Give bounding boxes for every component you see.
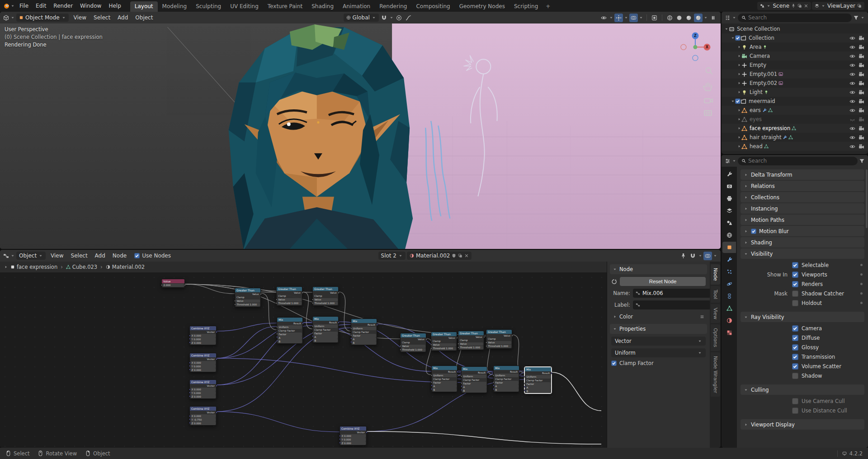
eye-open-icon[interactable] (849, 71, 855, 77)
checkbox-camera[interactable] (792, 325, 798, 332)
proportional-edit-toggle[interactable] (395, 14, 403, 22)
editor-outliner-icon[interactable] (725, 15, 731, 21)
input-socket[interactable] (458, 347, 459, 348)
output-socket[interactable] (184, 284, 186, 286)
input-socket[interactable] (430, 347, 432, 349)
input-socket[interactable] (493, 388, 495, 390)
orientation-dropdown[interactable]: Global (344, 14, 379, 22)
editor-3d-icon[interactable] (3, 15, 9, 21)
input-socket[interactable] (493, 384, 495, 386)
node-label-input[interactable] (642, 302, 708, 308)
properties-tab-modifiers[interactable] (722, 254, 736, 265)
chevron-right-icon[interactable] (737, 72, 741, 76)
use-nodes-toggle[interactable]: Use Nodes (134, 253, 171, 259)
panel-checkbox-motion-blur[interactable] (751, 229, 756, 234)
input-socket[interactable] (189, 335, 191, 337)
output-socket[interactable] (457, 371, 458, 373)
breadcrumb-item-cube-023[interactable]: Cube.023 (66, 264, 97, 270)
funnel-icon[interactable] (853, 15, 859, 21)
panel-header-collections[interactable]: Collections (741, 192, 864, 202)
shader-node-greater-than[interactable]: Greater ThanValueClampValueThreshold 1.0… (431, 332, 457, 351)
outliner-row-hair-straight[interactable]: hair straight (722, 133, 868, 142)
workspace-tab-modeling[interactable]: Modeling (158, 1, 192, 12)
data-type-dropdown[interactable]: Vector (611, 337, 706, 346)
checkbox-shadow-catcher[interactable] (792, 290, 798, 297)
animate-dot[interactable] (860, 273, 863, 276)
chevron-down-icon[interactable] (860, 15, 865, 20)
chevron-down-icon[interactable] (639, 15, 643, 20)
chevron-right-icon[interactable] (737, 117, 741, 122)
input-socket[interactable] (461, 389, 462, 391)
panel-header-ray-visibility[interactable]: Ray Visibility (741, 312, 864, 322)
input-socket[interactable] (431, 384, 433, 386)
copy-icon[interactable] (458, 253, 462, 258)
input-socket[interactable] (524, 386, 526, 388)
input-socket[interactable] (189, 415, 191, 417)
eye-open-icon[interactable] (849, 144, 855, 150)
input-socket[interactable] (431, 381, 433, 383)
node-label-field[interactable] (633, 300, 711, 309)
panel-header-relations[interactable]: Relations (741, 181, 864, 191)
input-socket[interactable] (350, 337, 352, 339)
input-socket[interactable] (276, 333, 278, 335)
input-socket[interactable] (461, 385, 462, 387)
workspace-tab-shading[interactable]: Shading (307, 1, 338, 12)
chevron-down-icon[interactable] (821, 4, 826, 8)
output-socket[interactable] (216, 358, 217, 360)
sidebar-tab-node-wrangler[interactable]: Node Wrangler (711, 352, 720, 397)
chevron-down-icon[interactable] (624, 15, 628, 20)
editor-props-icon[interactable] (725, 158, 731, 164)
eye-open-icon[interactable] (849, 89, 855, 95)
input-socket[interactable] (524, 383, 526, 384)
viewport-canvas[interactable]: Z X (0, 23, 721, 249)
xray-toggle[interactable] (650, 14, 659, 22)
collection-checkbox[interactable] (735, 98, 741, 104)
sidebar-tab-node[interactable]: Node (711, 264, 720, 285)
scrollbar[interactable] (866, 169, 868, 228)
shader-node-combine-xyz[interactable]: Combine XYZVectorX 0.000Y 0.000Z 0.000 (189, 379, 217, 399)
camera-vis-icon[interactable] (859, 44, 864, 50)
input-socket[interactable] (493, 375, 495, 376)
output-socket[interactable] (366, 431, 368, 433)
shader-node-combine-xyz[interactable]: Combine XYZVectorX 0.000Y 0.000Z 0.000 (189, 353, 217, 372)
input-socket[interactable] (339, 438, 341, 440)
outliner-search-input[interactable] (748, 14, 848, 21)
chevron-down-icon[interactable] (731, 36, 735, 40)
chevron-right-icon[interactable] (737, 144, 741, 149)
panel-header-motion-blur[interactable]: Motion Blur (741, 226, 864, 236)
input-socket[interactable] (276, 340, 278, 342)
camera-vis-icon[interactable] (859, 117, 864, 122)
shader-node-mix[interactable]: MixResultUniformClamp FactorFactorAB (524, 367, 552, 393)
input-socket[interactable] (461, 382, 462, 384)
snap-toggle[interactable] (689, 252, 697, 260)
x-icon[interactable] (464, 253, 469, 258)
shader-node-greater-than[interactable]: Greater ThanValueClampValueThreshold 1.0… (486, 329, 512, 349)
output-socket[interactable] (260, 293, 262, 295)
workspace-tab-layout[interactable]: Layout (130, 1, 158, 12)
properties-search-input[interactable] (748, 158, 854, 164)
output-socket[interactable] (486, 372, 488, 374)
camera-vis-icon[interactable] (859, 71, 864, 77)
camera-vis-icon[interactable] (859, 80, 864, 86)
chevron-down-icon[interactable] (10, 15, 15, 20)
viewlayer-selector[interactable]: ViewLayer (812, 2, 864, 10)
chevron-down-icon[interactable] (61, 15, 66, 20)
menu-render[interactable]: Render (50, 1, 76, 10)
output-socket[interactable] (338, 322, 340, 323)
input-socket[interactable] (189, 395, 191, 397)
shader-node-mix[interactable]: MixResultUniformClamp FactorFactorAB (431, 365, 458, 392)
camera-vis-icon[interactable] (859, 108, 864, 113)
eye-open-icon[interactable] (849, 108, 855, 113)
snap-toggle[interactable] (380, 14, 388, 22)
checkbox-holdout[interactable] (792, 300, 798, 306)
proportional-falloff[interactable] (404, 14, 413, 22)
input-socket[interactable] (486, 345, 487, 347)
input-socket[interactable] (312, 325, 314, 327)
viewport-menu-view[interactable]: View (70, 13, 90, 22)
output-socket[interactable] (302, 323, 304, 324)
input-socket[interactable] (524, 376, 526, 378)
panel-node-header[interactable]: Node (610, 264, 707, 274)
checkbox-volume-scatter[interactable] (792, 363, 798, 370)
chevron-down-icon[interactable] (732, 15, 736, 20)
shader-node-mix[interactable]: MixResultUniformClamp FactorFactorAB (461, 366, 487, 393)
